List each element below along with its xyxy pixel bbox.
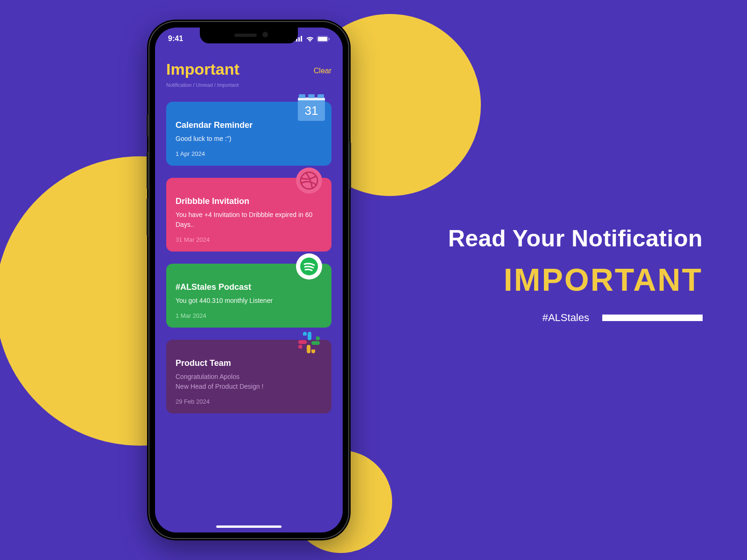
notification-date: 1 Mar 2024 [176, 312, 322, 319]
wifi-icon [306, 36, 314, 42]
svg-rect-6 [329, 38, 330, 40]
svg-rect-2 [298, 37, 300, 42]
notification-list: 31 Calendar Reminder Good luck to me :")… [166, 102, 331, 413]
battery-icon [317, 36, 330, 42]
spotify-icon [296, 253, 322, 280]
status-time: 9:41 [168, 35, 183, 43]
notification-card[interactable]: #ALStales Podcast You got 440.310 monthl… [166, 264, 331, 328]
dribbble-icon [296, 168, 322, 194]
svg-rect-11 [303, 334, 307, 336]
notification-body: Congratulation Apolos New Head of Produc… [176, 372, 322, 392]
notification-card[interactable]: 31 Calendar Reminder Good luck to me :")… [166, 102, 331, 166]
notification-body: You got 440.310 monthly Listener [176, 296, 322, 306]
phone-side-button [147, 198, 148, 236]
notification-title: #ALStales Podcast [176, 282, 322, 292]
phone-side-button [349, 142, 351, 189]
svg-rect-12 [311, 341, 320, 345]
breadcrumb: Notification / Unread / Important [166, 82, 331, 88]
notification-body: Good luck to me :") [176, 134, 322, 144]
notification-card[interactable]: Dribbble Invitation You have +4 Invitati… [166, 178, 331, 252]
svg-rect-9 [308, 332, 311, 340]
notification-title: Dribbble Invitation [176, 196, 322, 206]
calendar-icon: 31 [298, 94, 325, 121]
calendar-day: 31 [298, 100, 325, 121]
phone: 9:41 Important Clear Notification / Unre… [148, 21, 349, 539]
svg-rect-15 [307, 345, 310, 353]
notification-card[interactable]: Product Team Congratulation Apolos New H… [166, 340, 331, 413]
breadcrumb-item[interactable]: Unread [196, 82, 213, 88]
svg-rect-17 [311, 350, 315, 351]
svg-rect-3 [301, 36, 302, 42]
home-indicator[interactable] [216, 525, 282, 528]
notification-date: 1 Apr 2024 [176, 150, 322, 157]
svg-rect-5 [318, 37, 327, 41]
svg-point-7 [301, 172, 317, 189]
notification-title: Calendar Reminder [176, 120, 322, 130]
phone-side-button [147, 152, 148, 189]
phone-notch [200, 28, 298, 43]
promo-hashtag: #ALStales [543, 312, 589, 324]
notification-date: 31 Mar 2024 [176, 236, 322, 243]
promo-keyword: IMPORTANT [448, 261, 703, 298]
notification-title: Product Team [176, 358, 322, 368]
page-title: Important [166, 60, 240, 78]
notification-date: 29 Feb 2024 [176, 398, 322, 405]
breadcrumb-item[interactable]: Notification [166, 82, 191, 88]
promo-headline: Read Your Notification [448, 225, 703, 252]
svg-rect-14 [316, 336, 318, 340]
svg-rect-18 [298, 340, 307, 344]
promo-bar [602, 315, 703, 321]
slack-icon [296, 329, 322, 356]
breadcrumb-item[interactable]: Important [217, 82, 239, 88]
clear-button[interactable]: Clear [314, 67, 331, 75]
notification-body: You have +4 Invitation to Dribbble expir… [176, 210, 322, 230]
promo-block: Read Your Notification IMPORTANT #ALStal… [448, 225, 703, 324]
phone-side-button [147, 114, 148, 137]
svg-rect-20 [300, 345, 302, 349]
